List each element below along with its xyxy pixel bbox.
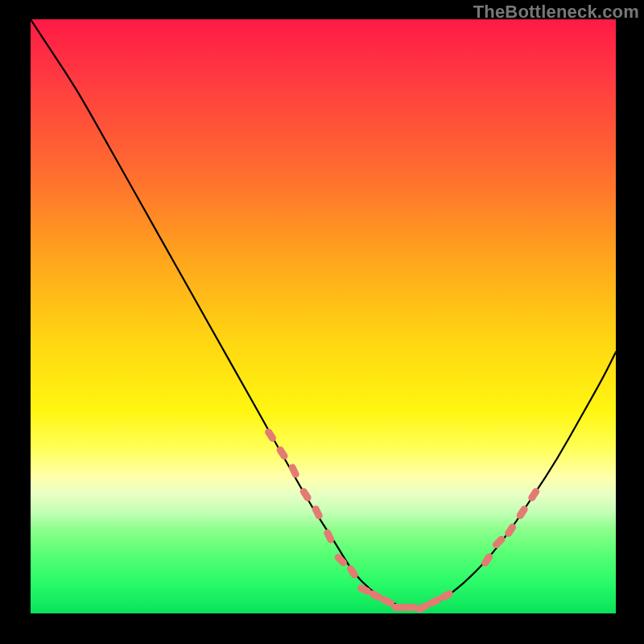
highlight-dots-left [263,427,454,613]
plot-area [31,19,616,613]
curve-path [31,19,616,608]
highlight-dot [526,486,540,502]
highlight-dot [287,463,300,479]
watermark-text: TheBottleneck.com [473,2,639,23]
bottleneck-curve-svg [31,19,616,613]
highlight-dot [515,505,529,521]
highlight-dots-right [480,486,541,568]
chart-frame: TheBottleneck.com [0,0,644,644]
bottleneck-curve [31,19,616,608]
